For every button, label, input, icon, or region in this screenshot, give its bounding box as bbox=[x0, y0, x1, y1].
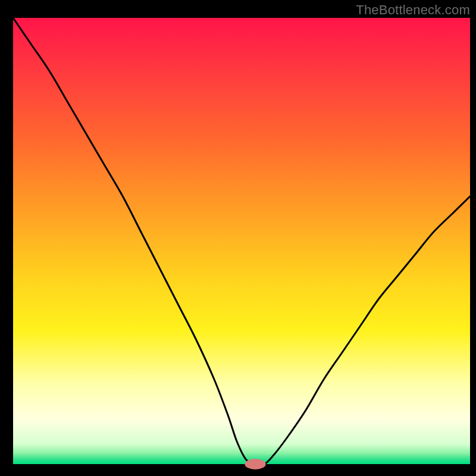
optimal-point-marker bbox=[245, 459, 265, 469]
figure-root: TheBottleneck.com bbox=[0, 0, 476, 476]
bottleneck-plot bbox=[0, 0, 476, 476]
watermark-text: TheBottleneck.com bbox=[356, 2, 470, 18]
plot-gradient-area bbox=[13, 18, 470, 464]
